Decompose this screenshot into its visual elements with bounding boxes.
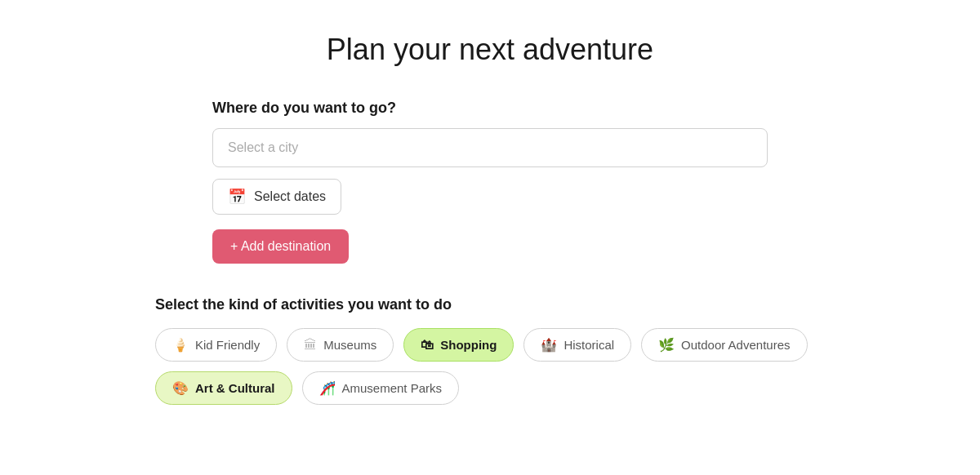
activity-tags-container: 🍦Kid Friendly🏛Museums🛍Shopping🏰Historica…	[155, 328, 825, 405]
shopping-icon: 🛍	[421, 338, 434, 353]
outdoor-adventures-label: Outdoor Adventures	[681, 338, 790, 352]
activity-tag-art-cultural[interactable]: 🎨Art & Cultural	[155, 371, 292, 405]
kid-friendly-label: Kid Friendly	[195, 338, 260, 352]
kid-friendly-icon: 🍦	[172, 337, 189, 353]
museums-icon: 🏛	[304, 338, 317, 353]
destination-label: Where do you want to go?	[212, 100, 768, 117]
amusement-parks-label: Amusement Parks	[342, 381, 443, 395]
historical-label: Historical	[564, 338, 614, 352]
city-input[interactable]	[212, 128, 768, 167]
activity-tag-shopping[interactable]: 🛍Shopping	[403, 328, 514, 362]
date-button-label: Select dates	[254, 189, 326, 204]
museums-label: Museums	[323, 338, 376, 352]
activities-label: Select the kind of activities you want t…	[155, 296, 825, 313]
activities-section: Select the kind of activities you want t…	[139, 296, 841, 405]
activity-tag-kid-friendly[interactable]: 🍦Kid Friendly	[155, 328, 277, 362]
activity-tag-museums[interactable]: 🏛Museums	[287, 328, 394, 362]
shopping-label: Shopping	[440, 338, 497, 352]
date-picker-button[interactable]: 📅 Select dates	[212, 179, 341, 215]
add-destination-button[interactable]: + Add destination	[212, 229, 349, 264]
activity-tag-historical[interactable]: 🏰Historical	[523, 328, 631, 362]
amusement-parks-icon: 🎢	[319, 380, 336, 396]
art-cultural-label: Art & Cultural	[195, 381, 275, 395]
art-cultural-icon: 🎨	[172, 380, 189, 396]
activity-tag-amusement-parks[interactable]: 🎢Amusement Parks	[302, 371, 460, 405]
add-destination-label: + Add destination	[230, 239, 331, 254]
calendar-icon: 📅	[228, 188, 246, 206]
outdoor-adventures-icon: 🌿	[658, 337, 675, 353]
activity-tag-outdoor-adventures[interactable]: 🌿Outdoor Adventures	[641, 328, 807, 362]
page-title: Plan your next adventure	[327, 33, 653, 67]
historical-icon: 🏰	[541, 337, 557, 353]
destination-form: Where do you want to go? 📅 Select dates …	[196, 100, 784, 296]
